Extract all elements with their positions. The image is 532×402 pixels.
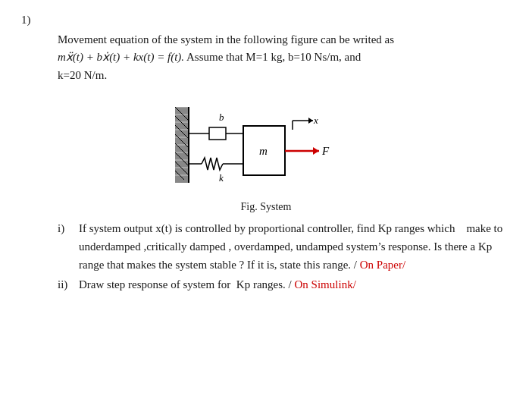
sub-question-2: ii) Draw step response of system for Kp … <box>58 275 511 294</box>
on-simulink-label: On Simulink/ <box>295 278 356 291</box>
x-label: x <box>313 115 318 126</box>
sub-content-2: Draw step response of system for Kp rang… <box>79 275 511 294</box>
question-number: 1) <box>21 14 511 27</box>
problem-intro: Movement equation of the system in the f… <box>58 33 394 46</box>
k-label: k <box>219 172 224 184</box>
k-value: k=20 N/m. <box>58 69 107 81</box>
assumptions: Assume that M=1 kg, b=10 Ns/m, and <box>186 51 361 63</box>
m-label: m <box>259 145 268 157</box>
F-label: F <box>321 145 330 157</box>
sub-question-1: i) If system output x(t) is controlled b… <box>58 219 511 274</box>
svg-marker-25 <box>308 118 313 124</box>
system-figure: b k m x <box>167 92 365 198</box>
page: 1) Movement equation of the system in th… <box>0 0 532 309</box>
sub-label-1: i) <box>58 219 79 274</box>
sub-label-2: ii) <box>58 275 79 294</box>
figure-container: b k m x <box>21 92 511 213</box>
b-label: b <box>219 111 224 123</box>
on-paper-label: On Paper/ <box>360 259 405 271</box>
fig-caption: Fig. System <box>241 201 292 213</box>
svg-rect-20 <box>209 127 226 140</box>
svg-marker-28 <box>313 147 319 155</box>
sub-content-1: If system output x(t) is controlled by p… <box>79 219 511 274</box>
problem-text: Movement equation of the system in the f… <box>58 31 511 84</box>
equation-line: mẍ(t) + bẋ(t) + kx(t) = f(t). Assume tha… <box>58 51 361 63</box>
sub-questions: i) If system output x(t) is controlled b… <box>58 219 511 294</box>
equation-math: m <box>58 51 66 63</box>
